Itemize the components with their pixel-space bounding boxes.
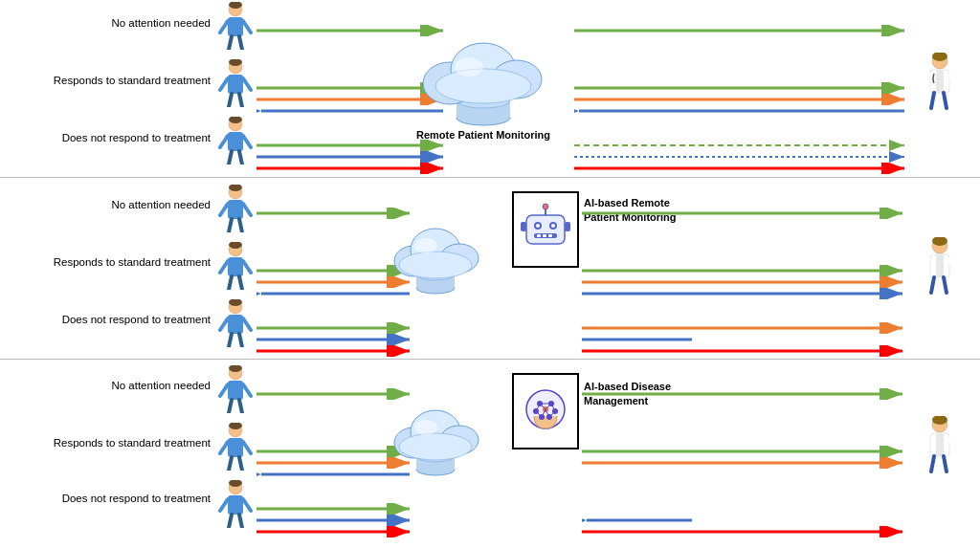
- svg-line-156: [229, 457, 232, 471]
- arrow-s2-r2-right-blue: [582, 288, 907, 299]
- arrow-s1-r2-right-blue: [574, 105, 909, 117]
- svg-line-84: [243, 318, 251, 330]
- svg-line-147: [220, 384, 228, 396]
- svg-rect-61: [936, 70, 944, 93]
- svg-line-157: [239, 457, 242, 471]
- ai-box-s3: [512, 373, 579, 449]
- arrow-s2-r2-right-orange: [582, 276, 907, 288]
- label-s1-r1: No attention needed: [0, 17, 211, 29]
- arrow-s1-r2-right-green: [574, 82, 909, 94]
- svg-line-63: [949, 76, 957, 87]
- arrow-s3-r3-green: [256, 503, 414, 515]
- doctor-s1: [919, 53, 961, 113]
- svg-line-78: [229, 276, 232, 290]
- svg-line-62: [921, 76, 928, 87]
- svg-line-85: [229, 334, 232, 347]
- svg-line-18: [243, 136, 251, 147]
- svg-line-72: [239, 219, 242, 232]
- label-s1-r2: Responds to standard treatment: [0, 75, 211, 86]
- svg-line-11: [243, 78, 251, 90]
- arrow-s3-r2-right-green: [582, 446, 907, 457]
- svg-rect-160: [228, 495, 243, 515]
- svg-line-143: [944, 277, 947, 293]
- svg-line-149: [229, 400, 232, 413]
- patient-s2-r2: [218, 242, 253, 293]
- svg-line-83: [220, 318, 228, 330]
- svg-point-43: [455, 57, 483, 77]
- arrow-s3-r3-blue: [256, 515, 414, 526]
- doctor-s3: [919, 416, 961, 476]
- svg-rect-2: [228, 17, 243, 36]
- label-s3-r2: Responds to standard treatment: [0, 437, 211, 449]
- svg-line-154: [220, 442, 228, 453]
- svg-rect-146: [228, 381, 243, 400]
- ai-box-s2: [512, 191, 579, 268]
- arrow-s1-r3-right-red: [574, 163, 909, 174]
- cloud-s3: [373, 387, 498, 478]
- patient-s1-r1: [218, 2, 253, 55]
- svg-rect-117: [543, 234, 546, 237]
- svg-line-155: [243, 442, 251, 453]
- svg-line-19: [229, 151, 232, 164]
- arrow-s2-r2-right-green: [582, 265, 907, 276]
- svg-point-186: [399, 433, 472, 460]
- arrow-s3-r3-red: [256, 526, 414, 537]
- svg-line-12: [229, 94, 232, 107]
- svg-rect-82: [228, 315, 243, 334]
- svg-point-42: [435, 69, 531, 103]
- svg-rect-218: [936, 433, 944, 456]
- arrow-s2-r3-green: [256, 322, 414, 334]
- arrow-s3-r3-right-blue-short: [582, 515, 697, 526]
- svg-line-3: [220, 21, 228, 33]
- svg-rect-139: [936, 254, 944, 277]
- arrow-s2-r1-right-green: [582, 208, 907, 219]
- svg-line-161: [220, 499, 228, 511]
- svg-rect-118: [548, 234, 552, 237]
- arrow-s1-r3-green: [256, 140, 448, 151]
- svg-line-69: [220, 204, 228, 215]
- svg-point-108: [399, 252, 472, 278]
- patient-s2-r1: [218, 185, 253, 235]
- svg-rect-121: [521, 222, 526, 231]
- svg-line-150: [239, 400, 242, 413]
- svg-line-70: [243, 204, 251, 215]
- svg-line-142: [931, 277, 934, 293]
- svg-point-109: [414, 238, 437, 253]
- doctor-s2: [919, 237, 961, 297]
- arrow-s1-r3-right-dashed-blue: [574, 151, 909, 163]
- svg-line-219: [921, 439, 928, 450]
- svg-line-6: [239, 36, 242, 50]
- arrow-s2-r3-right-blue-short: [582, 334, 697, 345]
- svg-point-114: [551, 224, 555, 228]
- svg-point-187: [414, 420, 437, 435]
- svg-line-64: [931, 93, 934, 108]
- patient-s3-r2: [218, 423, 253, 473]
- arrow-s2-r3-right-orange: [582, 322, 907, 334]
- svg-line-220: [949, 439, 957, 450]
- svg-line-20: [239, 151, 242, 164]
- patient-s3-r3: [218, 480, 253, 531]
- svg-line-77: [243, 261, 251, 273]
- svg-line-4: [243, 21, 251, 33]
- divider-2: [0, 359, 980, 360]
- svg-rect-110: [526, 215, 565, 244]
- arrow-s3-r1-right-green: [582, 388, 907, 400]
- arrow-s1-r3-blue: [256, 151, 448, 163]
- arrow-s2-r3-red: [256, 345, 414, 357]
- cloud-s2: [373, 206, 498, 296]
- patient-s3-r1: [218, 365, 253, 416]
- patient-s1-r3: [218, 117, 253, 169]
- svg-line-5: [229, 36, 232, 50]
- svg-line-163: [229, 515, 232, 528]
- svg-rect-16: [228, 132, 243, 151]
- label-s2-r3: Does not respond to treatment: [0, 314, 211, 325]
- svg-line-13: [239, 94, 242, 107]
- cloud-s1: [397, 14, 569, 129]
- svg-line-141: [949, 260, 957, 272]
- label-s3-r1: No attention needed: [0, 380, 211, 391]
- svg-line-162: [243, 499, 251, 511]
- svg-line-10: [220, 78, 228, 90]
- svg-rect-122: [565, 222, 570, 231]
- svg-line-140: [921, 260, 928, 272]
- patient-s2-r3: [218, 299, 253, 350]
